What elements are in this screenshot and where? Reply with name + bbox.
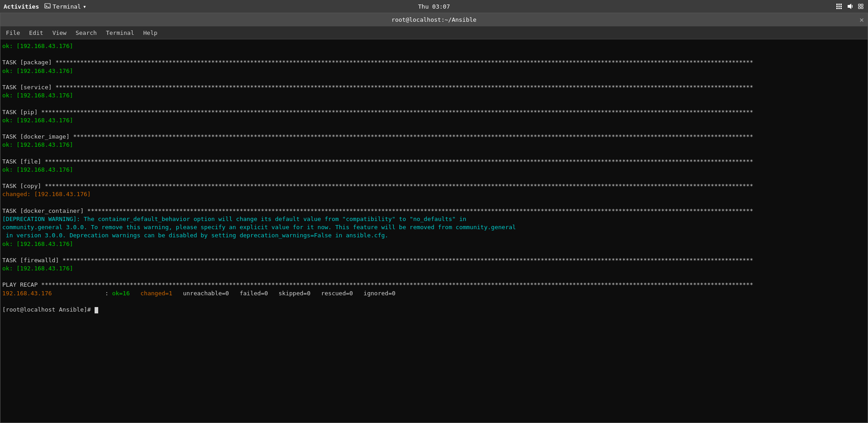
terminal-line: TASK [docker_container] ****************… — [2, 207, 866, 215]
terminal-line-empty — [2, 75, 866, 83]
recap-changed: changed=1 — [140, 289, 183, 298]
terminal-titlebar: root@localhost:~/Ansible ✕ — [0, 13, 868, 27]
svg-rect-3 — [839, 4, 840, 5]
terminal-line-empty — [2, 100, 866, 108]
menu-file[interactable]: File — [2, 29, 24, 37]
terminal-content[interactable]: ok: [192.168.43.176] TASK [package] ****… — [0, 39, 868, 423]
terminal-app-button[interactable]: Terminal ▾ — [44, 3, 86, 10]
terminal-line-empty — [2, 298, 866, 306]
terminal-line: in version 3.0.0. Deprecation warnings c… — [2, 231, 866, 240]
menu-view[interactable]: View — [49, 29, 70, 37]
svg-rect-14 — [861, 4, 863, 6]
svg-rect-15 — [858, 7, 860, 9]
terminal-line: ok: [192.168.43.176] — [2, 166, 866, 174]
svg-rect-9 — [839, 8, 840, 9]
settings-icon[interactable] — [857, 3, 864, 10]
system-time: Thu 03:07 — [418, 3, 450, 10]
recap-failed: failed=0 — [239, 289, 278, 298]
activities-button[interactable]: Activities — [4, 3, 39, 10]
terminal-line-empty — [2, 248, 866, 256]
terminal-line: community.general 3.0.0. To remove this … — [2, 223, 866, 231]
terminal-line-empty — [2, 149, 866, 157]
terminal-line: TASK [docker_image] ********************… — [2, 133, 866, 141]
terminal-line: PLAY RECAP *****************************… — [2, 281, 866, 289]
terminal-line: ok: [192.168.43.176] — [2, 240, 866, 248]
terminal-line: ok: [192.168.43.176] — [2, 42, 866, 50]
terminal-line: TASK [pip] *****************************… — [2, 108, 866, 116]
terminal-line: TASK [service] *************************… — [2, 83, 866, 91]
terminal-dropdown-icon: ▾ — [83, 3, 86, 10]
audio-icon[interactable] — [846, 3, 854, 10]
recap-unreachable: unreachable=0 — [183, 289, 239, 298]
terminal-line: ok: [192.168.43.176] — [2, 91, 866, 100]
system-bar-right — [835, 3, 864, 10]
terminal-line: TASK [copy] ****************************… — [2, 182, 866, 190]
terminal-title: root@localhost:~/Ansible — [391, 16, 477, 23]
terminal-line: TASK [package] *************************… — [2, 58, 866, 67]
terminal-line: ok: [192.168.43.176] — [2, 67, 866, 75]
svg-rect-6 — [839, 6, 840, 7]
terminal-line: ok: [192.168.43.176] — [2, 116, 866, 125]
svg-rect-5 — [836, 6, 838, 7]
menu-edit[interactable]: Edit — [25, 29, 47, 37]
svg-rect-16 — [861, 7, 863, 9]
svg-rect-2 — [836, 4, 838, 5]
terminal-line: TASK [firewalld] ***********************… — [2, 256, 866, 264]
terminal-line: changed: [192.168.43.176] — [2, 190, 866, 198]
close-button[interactable]: ✕ — [859, 16, 864, 24]
terminal-line: TASK [file] ****************************… — [2, 158, 866, 166]
terminal-icon — [44, 3, 51, 10]
terminal-line: ok: [192.168.43.176] — [2, 141, 866, 149]
terminal-app-label: Terminal — [52, 3, 81, 10]
menu-search[interactable]: Search — [72, 29, 100, 37]
system-bar: Activities Terminal ▾ Thu 03:07 — [0, 0, 868, 13]
terminal-line-empty — [2, 199, 866, 207]
terminal-line-empty — [2, 50, 866, 58]
svg-rect-13 — [858, 4, 860, 6]
terminal-line-empty — [2, 273, 866, 281]
terminal-window: root@localhost:~/Ansible ✕ File Edit Vie… — [0, 13, 868, 423]
terminal-line-empty — [2, 125, 866, 133]
system-bar-left: Activities Terminal ▾ — [4, 3, 86, 10]
svg-rect-4 — [840, 4, 842, 5]
recap-skipped: skipped=0 — [279, 289, 321, 298]
terminal-prompt: [root@localhost Ansible]# — [2, 306, 866, 314]
svg-marker-11 — [848, 4, 851, 9]
recap-ok: ok=16 — [112, 289, 141, 298]
terminal-line-empty — [2, 174, 866, 182]
menu-help[interactable]: Help — [140, 29, 161, 37]
menu-terminal[interactable]: Terminal — [102, 29, 138, 37]
terminal-recap-row: 192.168.43.176 : ok=16 changed=1 unreach… — [2, 289, 866, 298]
recap-separator: : — [52, 289, 112, 298]
recap-host: 192.168.43.176 — [2, 289, 52, 298]
network-icon[interactable] — [835, 3, 843, 10]
recap-ignored: ignored=0 — [363, 289, 395, 298]
terminal-line: [DEPRECATION WARNING]: The container_def… — [2, 215, 866, 223]
terminal-line: ok: [192.168.43.176] — [2, 264, 866, 273]
svg-rect-7 — [840, 6, 842, 7]
recap-rescued: rescued=0 — [321, 289, 363, 298]
svg-rect-8 — [836, 8, 838, 9]
menu-bar: File Edit View Search Terminal Help — [0, 27, 868, 39]
svg-rect-10 — [840, 8, 842, 9]
